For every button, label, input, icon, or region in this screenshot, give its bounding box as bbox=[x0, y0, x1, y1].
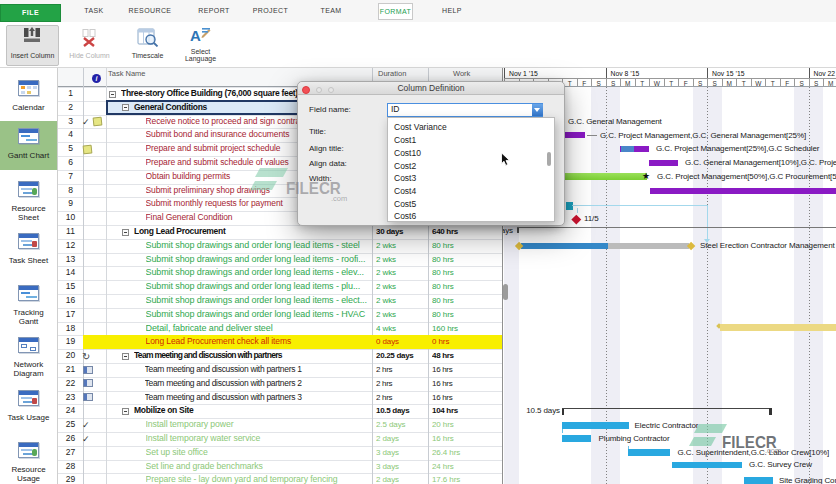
svg-text:A: A bbox=[190, 27, 201, 44]
